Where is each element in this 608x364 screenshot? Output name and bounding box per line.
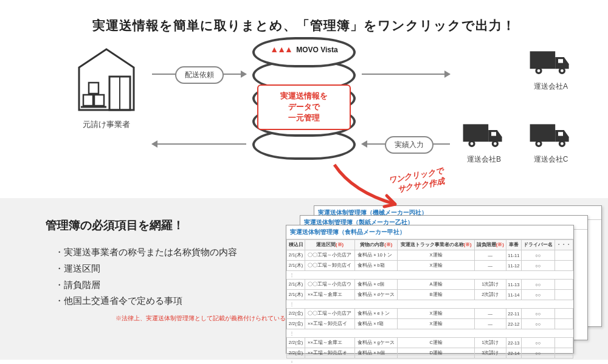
brand-vista: Vista bbox=[320, 46, 337, 54]
cell: 11-14 bbox=[506, 290, 521, 300]
cell: 3次請け bbox=[474, 348, 506, 359]
db-tagline-2: データで bbox=[261, 101, 347, 112]
svg-point-11 bbox=[561, 69, 564, 72]
th-car: 車番 bbox=[506, 240, 521, 250]
th-carrier: 実運送トラック事業者の名称(※) bbox=[398, 240, 475, 250]
cell: 食料品 × 10トン bbox=[355, 250, 398, 261]
truck-b-label: 運送会社B bbox=[462, 154, 506, 165]
cell: — bbox=[474, 319, 506, 329]
cell: X運輸 bbox=[398, 261, 475, 271]
cell: 22-13 bbox=[506, 338, 521, 348]
db-tagline-1: 実運送情報を bbox=[261, 91, 347, 101]
truck-icon bbox=[529, 46, 573, 78]
cell: ○○ bbox=[521, 338, 554, 348]
cell: 2/2(金) bbox=[287, 338, 305, 348]
cell: ○○ bbox=[521, 319, 554, 329]
database-block: ▲▲▲ MOVO Vista 実運送情報を データで 一元管理 bbox=[249, 37, 359, 153]
arrow-request: 配送依頼 bbox=[152, 74, 246, 75]
cell bbox=[554, 319, 573, 329]
cell: A運輸 bbox=[398, 280, 475, 290]
cell: 11-11 bbox=[506, 250, 521, 261]
pill-request: 配送依頼 bbox=[175, 66, 224, 84]
svg-rect-3 bbox=[94, 95, 104, 106]
db-tagline-3: 一元管理 bbox=[261, 112, 347, 123]
cell: ○○ bbox=[521, 348, 554, 359]
cell: 2/1(木) bbox=[287, 250, 305, 261]
table-row: 2/2(金)××工場～倉庫エ食料品 × gケースC運輸1次請け22-13○○ bbox=[287, 338, 573, 348]
cell: 2/1(木) bbox=[287, 290, 305, 300]
table-row: 2/1(木)〇〇工場～卸売店イ食料品 × b箱X運輸—11-12○○ bbox=[287, 261, 573, 271]
warehouse-icon bbox=[76, 46, 137, 113]
cell: 2/1(木) bbox=[287, 261, 305, 271]
th-driver: ドライバー名 bbox=[521, 240, 554, 250]
brand-label: ▲▲▲ MOVO Vista bbox=[252, 44, 356, 54]
dots-row: ⋮ bbox=[287, 359, 573, 365]
cell: ○○ bbox=[521, 309, 554, 319]
cell bbox=[554, 261, 573, 271]
svg-point-9 bbox=[537, 69, 541, 72]
cell: C運輸 bbox=[398, 338, 475, 348]
contractor-block: 元請け事業者 bbox=[67, 46, 146, 130]
th-cargo: 貨物の内容(※) bbox=[355, 240, 398, 250]
cell: 2/1(木) bbox=[287, 280, 305, 290]
arrow-result: 実績入力 bbox=[362, 143, 450, 145]
svg-point-23 bbox=[561, 142, 564, 145]
cell: ××工場～卸売店イ bbox=[305, 319, 355, 329]
cell: 食料品 × c個 bbox=[355, 280, 398, 290]
brand-logo-icon: ▲▲▲ bbox=[270, 44, 292, 54]
database-icon: ▲▲▲ MOVO Vista 実運送情報を データで 一元管理 bbox=[252, 37, 356, 153]
cell: 食料品 × h個 bbox=[355, 348, 398, 359]
cell bbox=[554, 290, 573, 300]
cell: 〇〇工場～卸売店イ bbox=[305, 261, 355, 271]
cell bbox=[554, 280, 573, 290]
cell: 〇〇工場～小売店ウ bbox=[305, 280, 355, 290]
svg-point-21 bbox=[537, 142, 541, 145]
th-tier: 請負階層(※) bbox=[474, 240, 506, 250]
svg-rect-19 bbox=[558, 132, 563, 136]
svg-rect-6 bbox=[530, 51, 556, 69]
cell: 食料品 × eトン bbox=[355, 309, 398, 319]
cell: ○○ bbox=[521, 290, 554, 300]
table-front: 実運送体制管理簿（食料品メーカー甲社） 積込日 運送区間(※) 貨物の内容(※)… bbox=[286, 225, 574, 354]
arrow-return-left bbox=[152, 143, 246, 145]
svg-point-15 bbox=[471, 142, 474, 145]
headline: 実運送情報を簡単に取りまとめ、「管理簿」をワンクリックで出力！ bbox=[0, 0, 608, 40]
cell: ○○ bbox=[521, 280, 554, 290]
pill-result: 実績入力 bbox=[385, 136, 434, 154]
svg-rect-4 bbox=[89, 83, 98, 94]
cell: ××工場～倉庫エ bbox=[305, 338, 355, 348]
truck-icon bbox=[529, 119, 573, 151]
truck-b: 運送会社B bbox=[462, 119, 506, 165]
cell: 11-12 bbox=[506, 261, 521, 271]
lower-panel: 管理簿の必須項目を網羅！ 実運送事業者の称号または名称貨物の内容 運送区間 請負… bbox=[0, 198, 608, 360]
db-tagline: 実運送情報を データで 一元管理 bbox=[257, 84, 351, 130]
svg-rect-12 bbox=[463, 124, 489, 142]
cell: 食料品 × dケース bbox=[355, 290, 398, 300]
cell: — bbox=[474, 309, 506, 319]
cell: 食料品 × b箱 bbox=[355, 261, 398, 271]
table-row: 2/2(金)〇〇工場～小売店ア食料品 × eトンX運輸—22-11○○ bbox=[287, 309, 573, 319]
dots-row: ⋮ bbox=[287, 300, 573, 309]
table-row: 2/2(金)××工場～卸売店オ食料品 × h個D運輸3次請け22-14○○ bbox=[287, 348, 573, 359]
cell: ××工場～卸売店オ bbox=[305, 348, 355, 359]
cell: — bbox=[474, 250, 506, 261]
cell: D運輸 bbox=[398, 348, 475, 359]
cell: 食料品 × gケース bbox=[355, 338, 398, 348]
svg-rect-13 bbox=[491, 132, 496, 136]
cell bbox=[554, 348, 573, 359]
table-row: 2/1(木)〇〇工場～小売店ウ食料品 × c個A運輸1次請け11-13○○ bbox=[287, 280, 573, 290]
cell: ××工場～倉庫エ bbox=[305, 290, 355, 300]
brand-movo: MOVO bbox=[296, 46, 319, 54]
cell: 2/2(金) bbox=[287, 309, 305, 319]
contractor-label: 元請け事業者 bbox=[67, 119, 146, 130]
cell: 22-12 bbox=[506, 319, 521, 329]
table1-title: 実運送体制管理簿（食料品メーカー甲社） bbox=[286, 225, 573, 239]
tables-stack: 実運送体制管理簿（機械メーカー丙社） 実運送体制管理簿（製紙メーカー乙社） 実運… bbox=[286, 205, 602, 354]
truck-a-label: 運送会社A bbox=[529, 81, 573, 92]
truck-c-label: 運送会社C bbox=[529, 154, 573, 165]
cell: 〇〇工場～小売店ア bbox=[305, 250, 355, 261]
cell: 1次請け bbox=[474, 338, 506, 348]
top-diagram: 元請け事業者 配送依頼 実績入力 ▲▲▲ MOVO Vista 実運送情報を デ… bbox=[0, 40, 608, 198]
truck-c: 運送会社C bbox=[529, 119, 573, 165]
header-row: 積込日 運送区間(※) 貨物の内容(※) 実運送トラック事業者の名称(※) 請負… bbox=[287, 240, 573, 250]
